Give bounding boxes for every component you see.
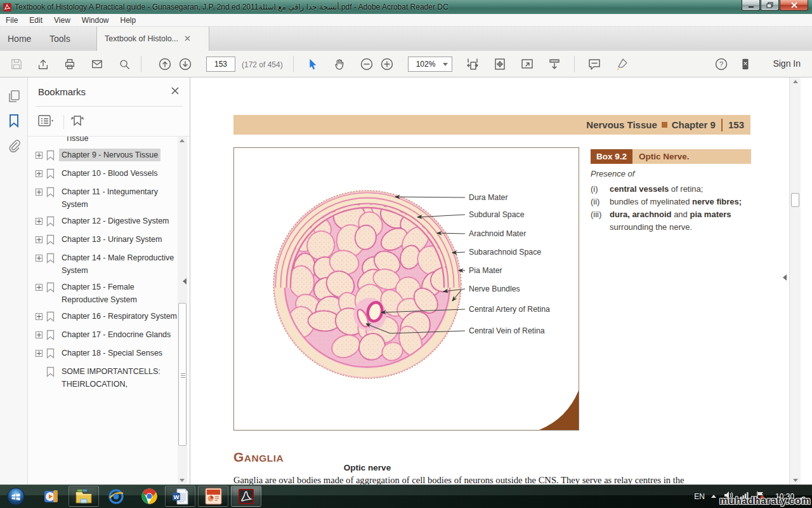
restore-button[interactable] — [761, 0, 779, 11]
select-cursor-icon[interactable] — [304, 57, 320, 72]
expander-icon[interactable] — [36, 152, 43, 159]
acrobat-reader-button[interactable] — [231, 486, 261, 507]
page-thumbnails-icon[interactable] — [6, 89, 22, 104]
bookmark-label: Chapter 15 - Female Reproductive System — [59, 281, 181, 306]
tab-close-icon[interactable] — [185, 34, 190, 43]
bookmark-options-icon[interactable] — [38, 114, 55, 130]
scroll-down-icon[interactable] — [180, 479, 185, 482]
zoom-level-select[interactable]: 102% — [408, 57, 452, 72]
email-icon[interactable] — [89, 57, 105, 72]
menu-help[interactable]: Help — [115, 16, 142, 25]
bookmarks-panel-icon[interactable] — [6, 113, 22, 128]
expander-icon[interactable] — [36, 170, 43, 177]
bookmark-item[interactable]: Tissue — [32, 137, 181, 147]
search-icon[interactable] — [117, 57, 132, 72]
bookmark-icon — [46, 311, 55, 324]
panel-close-icon[interactable] — [171, 86, 180, 98]
bookmarks-collapse-icon[interactable] — [183, 278, 187, 284]
panel-scrollbar[interactable] — [178, 137, 187, 485]
bookmark-icon — [46, 216, 55, 229]
hand-pan-icon[interactable] — [332, 57, 347, 72]
fullscreen-icon[interactable] — [520, 57, 535, 72]
bookmark-item[interactable]: Chapter 16 - Respiratory System — [32, 308, 181, 326]
menu-window[interactable]: Window — [76, 16, 115, 25]
bookmark-label: Chapter 10 - Blood Vessels — [59, 167, 160, 180]
expander-icon[interactable] — [36, 218, 43, 225]
scroll-mode-icon[interactable] — [547, 57, 562, 72]
print-icon[interactable] — [62, 57, 77, 72]
box-intro: Presence of — [591, 169, 751, 178]
language-indicator[interactable]: EN — [694, 492, 705, 501]
bookmark-item[interactable]: Chapter 12 - Digestive System — [32, 213, 181, 231]
bookmark-item[interactable]: Chapter 15 - Female Reproductive System — [32, 279, 181, 308]
bookmark-item[interactable]: Chapter 13 - Urinary System — [32, 231, 181, 250]
bookmark-item[interactable]: Chapter 11 - Integumentary System — [32, 184, 181, 213]
expander-icon[interactable] — [36, 313, 43, 320]
mobile-device-icon[interactable] — [738, 57, 753, 72]
tab-tools[interactable]: Tools — [49, 27, 70, 51]
hidden-icons-icon[interactable] — [711, 495, 716, 498]
expand-current-bookmark-icon[interactable] — [69, 114, 86, 130]
menu-edit[interactable]: Edit — [23, 16, 48, 25]
expander-icon[interactable] — [36, 236, 43, 243]
bookmarks-panel: Bookmarks TissueChapter 9 - Nervous Tiss… — [28, 77, 190, 485]
bookmark-item[interactable]: Chapter 14 - Male Reproductive System — [32, 250, 181, 279]
expander-icon[interactable] — [36, 350, 43, 357]
sign-in-button[interactable]: Sign In — [773, 58, 801, 69]
bookmark-item[interactable]: Chapter 9 - Nervous Tissue — [32, 147, 181, 165]
document-scrollbar-thumb[interactable] — [791, 193, 799, 207]
menu-view[interactable]: View — [48, 16, 76, 25]
panel-scrollbar-thumb[interactable] — [178, 303, 187, 446]
doc-scroll-down-icon[interactable] — [793, 479, 798, 482]
minimize-button[interactable] — [742, 0, 760, 11]
body-paragraph: Ganglia are oval bodies made of aggregat… — [233, 475, 751, 485]
fit-width-icon[interactable] — [465, 57, 480, 72]
expander-icon[interactable] — [36, 284, 43, 291]
bookmark-item[interactable]: Chapter 18 - Special Senses — [32, 345, 181, 363]
start-button[interactable] — [3, 486, 29, 507]
fit-page-icon[interactable] — [492, 57, 508, 72]
file-explorer-button[interactable] — [69, 486, 99, 507]
doc-scroll-up-icon[interactable] — [793, 80, 798, 83]
zoom-in-icon[interactable] — [379, 57, 395, 72]
word-button[interactable]: W — [165, 486, 195, 507]
powerpoint-button[interactable] — [198, 486, 228, 507]
media-player-icon[interactable] — [39, 486, 63, 507]
bookmark-label: Chapter 16 - Respiratory System — [59, 310, 180, 323]
bookmark-item[interactable]: Chapter 17 - Endocrine Glands — [32, 326, 181, 345]
internet-explorer-icon[interactable] — [104, 486, 128, 507]
tab-document[interactable]: Textbook of Histolo... — [96, 27, 209, 51]
menu-file[interactable]: File — [0, 16, 23, 25]
tab-home[interactable]: Home — [8, 27, 31, 51]
previous-page-icon[interactable] — [157, 57, 173, 72]
figure-label: Nerve Bundles — [469, 284, 520, 293]
page-header-band: Nervous Tissue Chapter 9 153 — [233, 115, 750, 135]
close-button[interactable] — [780, 0, 808, 11]
page-number-input[interactable] — [206, 57, 235, 72]
expander-icon[interactable] — [36, 189, 43, 196]
chevron-down-icon — [443, 63, 448, 66]
comment-icon[interactable] — [587, 57, 602, 72]
bookmark-item[interactable]: Chapter 10 - Blood Vessels — [32, 165, 181, 184]
document-scrollbar[interactable] — [789, 77, 801, 485]
menu-bar: File Edit View Window Help — [0, 14, 812, 27]
zoom-out-icon[interactable] — [359, 57, 374, 72]
expander-icon[interactable] — [36, 255, 43, 262]
share-upload-icon[interactable] — [36, 57, 51, 72]
figure-label: Central Artery of Retina — [469, 305, 550, 314]
chrome-icon[interactable] — [137, 486, 161, 507]
bookmark-item[interactable]: SOME IMPORTANTCELLS: THEIRLOCATION, — [32, 363, 181, 392]
help-icon[interactable]: ? — [714, 57, 729, 72]
save-icon[interactable] — [9, 57, 24, 72]
bookmark-label: Chapter 17 - Endocrine Glands — [59, 328, 173, 341]
next-page-icon[interactable] — [178, 57, 193, 72]
figure-label: Pia Mater — [469, 266, 502, 275]
bookmark-label: Tissue — [63, 137, 91, 145]
scroll-up-icon[interactable] — [180, 139, 185, 142]
right-panel-collapse-icon[interactable] — [783, 274, 787, 281]
bookmark-label: Chapter 14 - Male Reproductive System — [59, 251, 181, 277]
header-divider — [721, 119, 723, 131]
highlighter-icon[interactable] — [614, 57, 629, 72]
attachments-icon[interactable] — [6, 138, 22, 154]
expander-icon[interactable] — [36, 331, 43, 338]
